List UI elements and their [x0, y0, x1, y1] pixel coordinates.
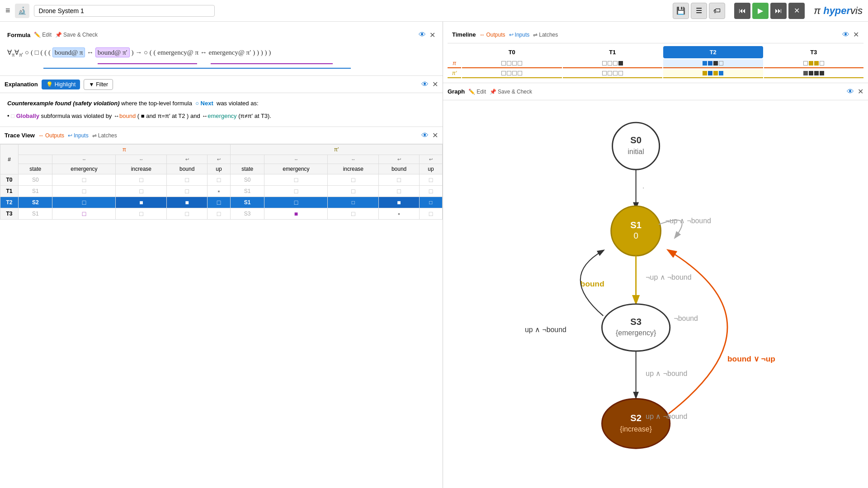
t0-pi-increase: □: [116, 174, 167, 186]
node-s0-circle[interactable]: [613, 122, 660, 169]
explanation-close-btn[interactable]: ✕: [432, 80, 438, 89]
tg-t0-pi: [462, 59, 562, 68]
tg-t0-header[interactable]: T0: [462, 46, 562, 58]
trace-close-btn[interactable]: ✕: [432, 131, 438, 140]
sq-t0-pi-2: [507, 61, 511, 66]
formula-title: Formula: [7, 32, 30, 38]
tg-t2-pi: [663, 59, 763, 68]
brand-logo: π hypervis: [814, 5, 863, 17]
bound-ref: ↔bound: [113, 113, 136, 119]
menu-icon[interactable]: ≡: [5, 6, 10, 15]
play-btn[interactable]: ▶: [752, 3, 769, 19]
next-btn[interactable]: ⏭: [770, 3, 787, 19]
trace-row-t2[interactable]: T2 S2 □ ■ ■ □ S1 □ □ ■ □: [0, 197, 443, 208]
save-icon-btn[interactable]: 💾: [673, 3, 689, 19]
formula-panel-header: Formula ✏️ Edit 📌 Save & Check 👁 ✕: [7, 28, 435, 45]
t2-pi2-increase: □: [328, 197, 379, 208]
edge-label-bound-vup: bound ∨ ¬up: [727, 354, 775, 363]
t2-pi-emergency: □: [52, 197, 116, 208]
trace-row-t0[interactable]: T0 S0 □ □ □ □ S0 □ □ □ □: [0, 174, 443, 186]
counterex-text: Counterexample found (safety violation): [7, 100, 119, 107]
edge-label-up-nbound-2: up ∧ ¬bound: [646, 370, 687, 377]
th-pi2-up-label: up: [419, 164, 442, 174]
explanation-section: Explanation 💡 Highlight ▼ Filter 👁 ✕ Cou…: [0, 76, 443, 127]
node-s2-ellipse[interactable]: [602, 399, 670, 448]
prev-btn[interactable]: ⏮: [734, 3, 750, 19]
timeline-inputs-btn[interactable]: ↩ Inputs: [509, 32, 530, 38]
th-pi-state-label: state: [19, 164, 52, 174]
explanation-eye-btn[interactable]: 👁: [421, 80, 429, 89]
th-pi2-increase-icon: ↔: [328, 155, 379, 164]
timeline-latches-btn[interactable]: ⇌ Latches: [533, 32, 558, 38]
right-panel: Timeline ↔ Outputs ↩ Inputs ⇌ Latches 👁 …: [443, 22, 868, 488]
explanation-panel-header: Explanation 💡 Highlight ▼ Filter 👁 ✕: [0, 76, 443, 93]
edge-label-nup-nbound-2: ¬up ∧ ¬bound: [646, 273, 691, 281]
highlight-btn[interactable]: 💡 Highlight: [42, 80, 80, 89]
pi-row-label: π: [448, 59, 461, 68]
th-pi2-emergency-label: emergency: [264, 164, 328, 174]
trace-row-t3[interactable]: T3 S1 □ □ □ □ S3 ■ □ ▪ □: [0, 208, 443, 220]
t2-pi-up: □: [207, 197, 230, 208]
next-formula-link[interactable]: ○ Next: [195, 100, 213, 107]
th-pi-up-label: up: [207, 164, 230, 174]
sq-t1-pi2-1: [602, 71, 607, 75]
tg-t2-header[interactable]: T2: [663, 46, 763, 58]
graph-eye-btn[interactable]: 👁: [847, 88, 854, 96]
graph-save-btn[interactable]: 📌 Save & Check: [490, 89, 532, 95]
list-icon-btn[interactable]: ☰: [691, 3, 707, 19]
sq-t3-pi2-4: [820, 71, 824, 75]
title-input[interactable]: [34, 5, 215, 17]
trace-title: Trace View: [5, 132, 35, 139]
formula-section: Formula ✏️ Edit 📌 Save & Check 👁 ✕ ∀π∀π′…: [0, 22, 443, 76]
t0-pi2-emergency: □: [264, 174, 328, 186]
close-nav-btn[interactable]: ✕: [788, 3, 805, 19]
formula-close-btn[interactable]: ✕: [429, 31, 435, 39]
pi-group-header: π: [19, 145, 231, 155]
t3-pi2-up: □: [419, 208, 442, 220]
formula-edit-btn[interactable]: ✏️ Edit: [34, 32, 52, 38]
tg-t1-header[interactable]: T1: [563, 46, 663, 58]
t2-pi-bound: ■: [167, 197, 208, 208]
trace-outputs-btn[interactable]: ↔ Outputs: [38, 132, 64, 139]
sq-t1-pi2-4: [618, 71, 623, 75]
globally-text: Globally: [16, 113, 39, 119]
th-pi-bound-icon: ↩: [167, 155, 208, 164]
graph-close-btn[interactable]: ✕: [858, 87, 863, 96]
graph-edit-btn[interactable]: ✏️ Edit: [468, 89, 486, 95]
tag-icon-btn[interactable]: 🏷: [709, 3, 725, 19]
formula-save-btn[interactable]: 📌 Save & Check: [55, 32, 98, 38]
timeline-outputs-btn[interactable]: ↔ Outputs: [480, 32, 505, 38]
t3-pi-up: □: [207, 208, 230, 220]
th-pi-state: [19, 155, 52, 164]
th-pi2-state-label: state: [230, 164, 264, 174]
t2-index: T2: [0, 197, 19, 208]
timeline-close-btn[interactable]: ✕: [853, 30, 859, 39]
formula-bound-pi: bound@ π: [52, 47, 85, 57]
underline-3: [43, 68, 351, 69]
t2-pi2-up: □: [419, 197, 442, 208]
node-s3-ellipse[interactable]: [602, 304, 670, 351]
tg-t2-pi2: [663, 69, 763, 78]
timeline-grid: T0 T1 T2 T3 π: [448, 46, 863, 78]
filter-btn[interactable]: ▼ Filter: [84, 79, 113, 90]
timeline-eye-btn[interactable]: 👁: [842, 31, 849, 39]
trace-tbody: T0 S0 □ □ □ □ S0 □ □ □ □: [0, 174, 443, 220]
tg-t3-header[interactable]: T3: [764, 46, 864, 58]
node-s2-label: S2: [630, 413, 642, 423]
trace-eye-btn[interactable]: 👁: [421, 131, 429, 140]
trace-row-t1[interactable]: T1 S1 □ □ □ ▪ S1 □ □ □ □: [0, 186, 443, 197]
t0-pi-state: S0: [19, 174, 52, 186]
trace-table-container[interactable]: # π π′ ↔ ↔ ↩ ↩ ↔ ↔: [0, 144, 443, 488]
sq-t1-pi2-2: [608, 71, 612, 75]
sq-t3-pi-4: [820, 61, 824, 66]
th-pi-bound-label: bound: [167, 164, 208, 174]
tg-corner: [448, 46, 461, 58]
th-pi-increase-label: increase: [116, 164, 167, 174]
sq-t3-pi-2: [809, 61, 813, 66]
trace-inputs-btn[interactable]: ↩ Inputs: [68, 132, 89, 139]
trace-latches-btn[interactable]: ⇌ Latches: [92, 132, 117, 139]
formula-eye-btn[interactable]: 👁: [419, 31, 426, 39]
sq-t2-pi2-4: [719, 71, 723, 75]
t1-pi-bound: □: [167, 186, 208, 197]
t1-pi-increase: □: [116, 186, 167, 197]
